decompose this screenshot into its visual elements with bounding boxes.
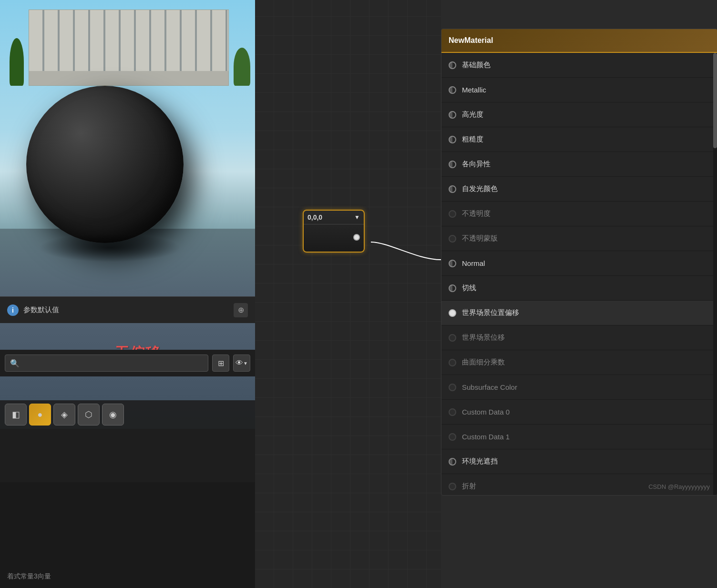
pin-tessellation [449, 359, 456, 366]
label-opacity-mask: 不透明蒙版 [462, 234, 498, 243]
property-roughness[interactable]: 粗糙度 [441, 127, 717, 152]
label-tessellation: 曲面细分乘数 [462, 358, 505, 367]
pin-specular [449, 111, 456, 119]
property-ao[interactable]: 环境光遮挡 [441, 449, 717, 474]
label-custom-data-0: Custom Data 0 [462, 408, 510, 416]
teapot-view-button[interactable]: ◉ [102, 404, 124, 426]
pin-opacity-mask [449, 235, 456, 243]
material-header: NewMaterial [441, 29, 717, 53]
properties-list: 基础颜色 Metallic 高光度 粗糙度 各向异性 自发光颜色 [441, 53, 717, 496]
cube-view-button[interactable]: ◧ [5, 404, 27, 426]
output-pin[interactable] [353, 234, 360, 241]
pin-base-color [449, 61, 456, 69]
connection-wire [255, 0, 441, 588]
label-roughness: 粗糙度 [462, 135, 483, 144]
params-header: i 参数默认值 ⊕ [0, 296, 255, 323]
eye-filter-button[interactable]: 👁 ▼ [233, 355, 250, 372]
pin-tangent [449, 284, 456, 292]
label-ao: 环境光遮挡 [462, 457, 498, 466]
node-value: 0,0,0 [307, 213, 322, 221]
property-normal[interactable]: Normal [441, 251, 717, 276]
label-anisotropy: 各向异性 [462, 160, 491, 169]
info-icon: i [7, 304, 19, 316]
label-subsurface: Subsurface Color [462, 383, 517, 391]
pin-world-disp [449, 334, 456, 342]
pin-emissive [449, 185, 456, 193]
grid-view-button[interactable]: ⊞ [212, 355, 229, 372]
label-custom-data-1: Custom Data 1 [462, 433, 510, 441]
sphere-view-button[interactable]: ● [29, 404, 51, 426]
bottom-text-area: 着式常量3向量 [0, 482, 255, 588]
property-world-disp[interactable]: 世界场景位移 [441, 325, 717, 350]
pin-normal [449, 260, 456, 267]
pin-metallic [449, 86, 456, 94]
label-world-disp: 世界场景位移 [462, 333, 505, 342]
label-opacity: 不透明度 [462, 209, 491, 218]
label-base-color: 基础颜色 [462, 61, 491, 70]
sphere-preview [26, 86, 184, 243]
property-tessellation[interactable]: 曲面细分乘数 [441, 350, 717, 375]
material-panel: NewMaterial 基础颜色 Metallic 高光度 粗糙度 各向异性 [441, 29, 717, 496]
pin-refraction [449, 483, 456, 490]
label-tangent: 切线 [462, 284, 476, 293]
plane-view-button[interactable]: ◈ [53, 404, 75, 426]
search-input[interactable] [23, 359, 203, 367]
property-opacity[interactable]: 不透明度 [441, 202, 717, 226]
label-metallic: Metallic [462, 86, 486, 94]
sphere-shadow [38, 233, 181, 262]
pin-opacity [449, 210, 456, 218]
label-normal: Normal [462, 259, 485, 267]
bottom-label: 着式常量3向量 [7, 572, 51, 581]
center-grid-area: 0,0,0 ▼ [255, 0, 441, 588]
pin-custom-data-0 [449, 408, 456, 416]
property-base-color[interactable]: 基础颜色 [441, 53, 717, 78]
property-specular[interactable]: 高光度 [441, 102, 717, 127]
material-title: NewMaterial [449, 36, 493, 45]
search-icon: 🔍 [10, 359, 20, 368]
vector-constant-node[interactable]: 0,0,0 ▼ [303, 210, 365, 253]
pin-subsurface [449, 384, 456, 391]
pin-anisotropy [449, 161, 456, 168]
panel-scrollbar[interactable] [713, 53, 717, 496]
search-input-wrapper: 🔍 [5, 355, 208, 372]
pin-roughness [449, 136, 456, 143]
property-tangent[interactable]: 切线 [441, 276, 717, 301]
watermark: CSDN @Rayyyyyyyyy [648, 483, 710, 490]
label-world-pos-offset: 世界场景位置偏移 [462, 308, 519, 317]
pin-custom-data-1 [449, 433, 456, 441]
property-metallic[interactable]: Metallic [441, 78, 717, 102]
node-header: 0,0,0 ▼ [304, 211, 364, 224]
property-emissive[interactable]: 自发光颜色 [441, 177, 717, 202]
box-view-button[interactable]: ⬡ [78, 404, 100, 426]
property-custom-data-1[interactable]: Custom Data 1 [441, 425, 717, 449]
property-opacity-mask[interactable]: 不透明蒙版 [441, 226, 717, 251]
scrollbar-thumb[interactable] [713, 53, 717, 148]
property-custom-data-0[interactable]: Custom Data 0 [441, 400, 717, 425]
node-output-area [304, 229, 364, 245]
property-world-pos-offset[interactable]: 世界场景位置偏移 [441, 301, 717, 325]
label-emissive: 自发光颜色 [462, 184, 498, 193]
property-anisotropy[interactable]: 各向异性 [441, 152, 717, 177]
params-label: 参数默认值 [23, 305, 59, 314]
preview-toolbar: ◧ ● ◈ ⬡ ◉ [0, 400, 255, 429]
bottom-info-bar: i 参数默认值 ⊕ 🔍 ⊞ 👁 ▼ 着式常量3向量 [0, 429, 255, 588]
node-dropdown-icon[interactable]: ▼ [354, 214, 360, 221]
pin-world-pos-offset [449, 309, 456, 317]
property-subsurface[interactable]: Subsurface Color [441, 375, 717, 400]
label-specular: 高光度 [462, 110, 483, 119]
label-refraction: 折射 [462, 482, 476, 491]
search-bar: 🔍 ⊞ 👁 ▼ [0, 350, 255, 376]
pin-ao [449, 458, 456, 466]
params-expand-button[interactable]: ⊕ [234, 303, 248, 317]
